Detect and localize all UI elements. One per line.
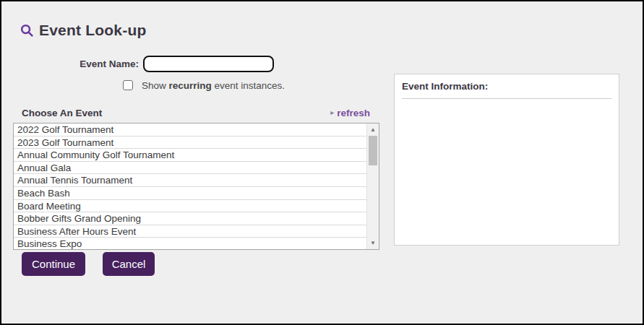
event-list-item[interactable]: Bobber Gifts Grand Opening xyxy=(14,212,366,225)
show-recurring-label: Show recurring event instances. xyxy=(142,79,285,92)
show-recurring-checkbox[interactable] xyxy=(123,80,133,90)
show-recurring-label-after: event instances. xyxy=(212,80,285,91)
cancel-button[interactable]: Cancel xyxy=(103,252,155,276)
event-information-heading: Event Information: xyxy=(395,74,619,98)
event-list-item[interactable]: Annual Tennis Tournament xyxy=(14,174,366,187)
event-list-item[interactable]: Board Meeting xyxy=(14,200,366,213)
search-icon xyxy=(20,24,34,38)
listbox-scrollbar[interactable]: ▲ ▼ xyxy=(366,124,379,249)
event-information-panel: Event Information: xyxy=(394,74,619,246)
scroll-up-icon[interactable]: ▲ xyxy=(367,124,379,135)
choose-an-event-heading: Choose An Event xyxy=(22,108,102,118)
event-list-item[interactable]: 2023 Golf Tournament xyxy=(14,136,366,150)
refresh-link-label: refresh xyxy=(337,108,370,118)
event-lookup-window: Event Look-up Event Name: Show recurring… xyxy=(0,0,644,325)
scrollbar-thumb[interactable] xyxy=(369,136,377,165)
refresh-link[interactable]: ▸ refresh xyxy=(330,108,370,118)
event-name-input[interactable] xyxy=(143,56,274,72)
event-list-item[interactable]: Business Expo xyxy=(14,238,366,249)
event-information-body xyxy=(395,99,619,113)
scroll-down-icon[interactable]: ▼ xyxy=(367,238,379,248)
event-list-item[interactable]: Annual Gala xyxy=(14,162,366,175)
page-title: Event Look-up xyxy=(39,22,146,39)
event-list-item[interactable]: 2022 Golf Tournament xyxy=(14,124,366,136)
refresh-arrow-icon: ▸ xyxy=(330,109,334,116)
event-list-item[interactable]: Annual Community Golf Tournament xyxy=(14,149,366,162)
show-recurring-label-bold: recurring xyxy=(169,80,212,91)
event-list-item[interactable]: Business After Hours Event xyxy=(14,225,366,238)
event-list-item[interactable]: Beach Bash xyxy=(14,187,366,200)
show-recurring-label-before: Show xyxy=(142,80,169,91)
event-list-header: Choose An Event ▸ refresh xyxy=(22,107,370,118)
event-name-label: Event Name: xyxy=(1,56,139,72)
event-list-rows: 2022 Golf Tournament2023 Golf Tournament… xyxy=(14,124,366,249)
continue-button[interactable]: Continue xyxy=(22,252,85,276)
event-listbox: 2022 Golf Tournament2023 Golf Tournament… xyxy=(13,123,379,250)
page-header: Event Look-up xyxy=(20,22,146,39)
